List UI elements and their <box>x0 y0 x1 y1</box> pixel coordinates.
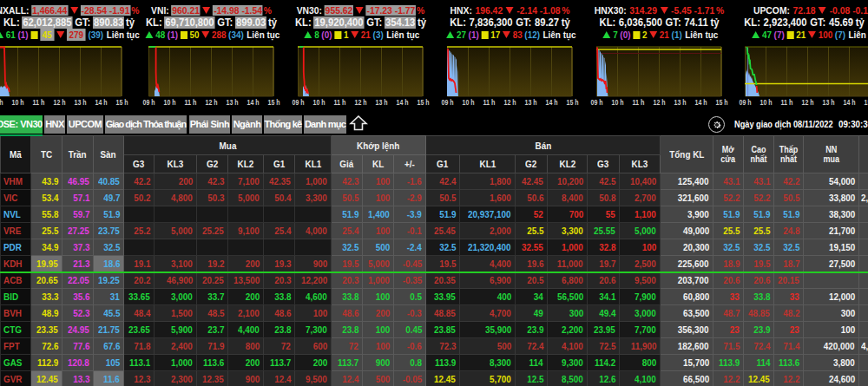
svg-text:14 h: 14 h <box>546 98 558 107</box>
svg-text:11 h: 11 h <box>334 98 346 107</box>
svg-text:15 h: 15 h <box>268 98 280 107</box>
svg-text:15 h: 15 h <box>567 98 579 107</box>
svg-text:09 h: 09 h <box>0 98 3 107</box>
svg-text:09 h: 09 h <box>591 98 603 107</box>
svg-text:12 h: 12 h <box>504 98 516 107</box>
svg-text:11 h: 11 h <box>185 98 197 107</box>
svg-text:14 h: 14 h <box>695 98 707 107</box>
svg-text:15 h: 15 h <box>418 98 430 107</box>
svg-text:15 h: 15 h <box>865 98 868 107</box>
svg-text:10 h: 10 h <box>612 98 624 107</box>
svg-text:14 h: 14 h <box>397 98 409 107</box>
svg-text:13 h: 13 h <box>525 98 537 107</box>
svg-text:12 h: 12 h <box>206 98 218 107</box>
svg-text:12 h: 12 h <box>802 98 814 107</box>
svg-text:10 h: 10 h <box>463 98 475 107</box>
svg-text:13 h: 13 h <box>75 98 87 107</box>
svg-text:15 h: 15 h <box>116 98 128 107</box>
svg-text:12 h: 12 h <box>54 98 66 107</box>
svg-text:15 h: 15 h <box>716 98 728 107</box>
svg-text:10 h: 10 h <box>760 98 773 107</box>
svg-text:09 h: 09 h <box>293 98 305 107</box>
svg-text:13 h: 13 h <box>376 98 388 107</box>
svg-text:14 h: 14 h <box>247 98 260 107</box>
svg-text:11 h: 11 h <box>633 98 645 107</box>
svg-text:13 h: 13 h <box>823 98 835 107</box>
svg-text:10 h: 10 h <box>313 98 326 107</box>
svg-text:13 h: 13 h <box>227 98 239 107</box>
svg-text:10 h: 10 h <box>12 98 24 107</box>
svg-text:09 h: 09 h <box>740 98 752 107</box>
svg-text:12 h: 12 h <box>355 98 367 107</box>
svg-text:11 h: 11 h <box>33 98 45 107</box>
svg-text:10 h: 10 h <box>164 98 176 107</box>
svg-text:12 h: 12 h <box>654 98 666 107</box>
svg-text:11 h: 11 h <box>483 98 496 107</box>
svg-text:14 h: 14 h <box>95 98 108 107</box>
svg-text:09 h: 09 h <box>442 98 454 107</box>
svg-text:11 h: 11 h <box>781 98 793 107</box>
svg-text:09 h: 09 h <box>143 98 155 107</box>
svg-text:13 h: 13 h <box>674 98 687 107</box>
svg-text:14 h: 14 h <box>844 98 856 107</box>
